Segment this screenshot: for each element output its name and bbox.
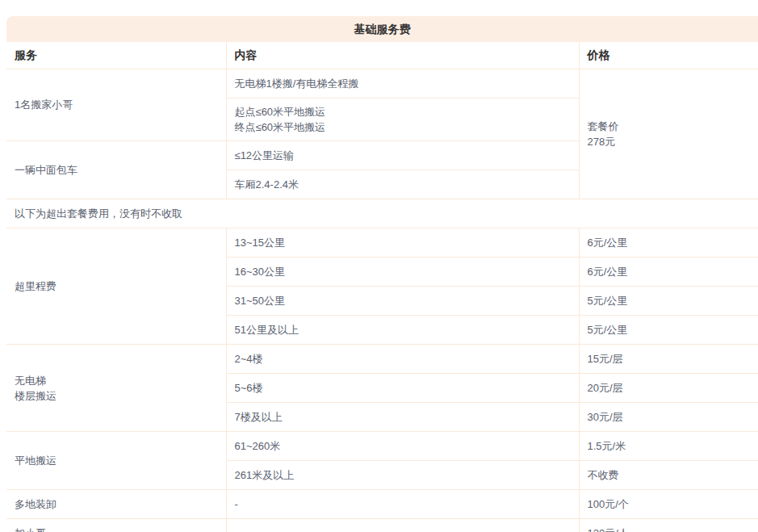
service-cell-extraworker: 加小哥	[6, 519, 226, 532]
price-cell: 1.5元/米	[579, 432, 758, 461]
service-cell-mileage: 超里程费	[6, 228, 226, 345]
content-cell: 起点≤60米平地搬运 终点≤60米平地搬运	[226, 98, 579, 141]
service-cell-van: 一辆中面包车	[6, 141, 226, 199]
col-header-service: 服务	[6, 42, 226, 69]
content-cell: -	[226, 519, 579, 532]
table-row: 多地装卸 - 100元/个	[6, 490, 758, 519]
table-row: 超里程费 13~15公里 6元/公里	[6, 228, 758, 258]
content-cell: 2~4楼	[226, 345, 579, 374]
table-row: 平地搬运 61~260米 1.5元/米	[6, 432, 758, 461]
service-cell-flat: 平地搬运	[6, 432, 226, 490]
price-cell: 6元/公里	[579, 228, 758, 258]
package-price-value: 278元	[588, 134, 752, 149]
content-cell: 16~30公里	[226, 258, 579, 287]
content-cell: 车厢2.4-2.4米	[226, 170, 579, 199]
price-cell: 120元/人	[579, 519, 758, 532]
content-cell: 51公里及以上	[226, 316, 579, 345]
price-cell: 6元/公里	[579, 258, 758, 287]
table-row: 无电梯 楼层搬运 2~4楼 15元/层	[6, 345, 758, 374]
header-row: 服务 内容 价格	[6, 42, 758, 69]
note-row: 以下为超出套餐费用，没有时不收取	[6, 199, 758, 228]
excess-fee-note: 以下为超出套餐费用，没有时不收取	[6, 199, 758, 228]
price-cell: 15元/层	[579, 345, 758, 374]
content-cell: 7楼及以上	[226, 403, 579, 432]
col-header-price: 价格	[579, 42, 758, 69]
table-row: 加小哥 - 120元/人	[6, 519, 758, 532]
pricing-table: 服务 内容 价格 1名搬家小哥 无电梯1楼搬/有电梯全程搬 套餐价 278元 起…	[6, 42, 758, 532]
table-row: 1名搬家小哥 无电梯1楼搬/有电梯全程搬 套餐价 278元	[6, 69, 758, 98]
content-cell: 31~50公里	[226, 287, 579, 316]
content-cell: -	[226, 490, 579, 519]
col-header-content: 内容	[226, 42, 579, 69]
price-cell: 30元/层	[579, 403, 758, 432]
base-service-fee-card: 基础服务费 服务 内容 价格 1名搬家小哥 无电梯1楼搬/有电梯全程搬 套餐价 …	[6, 16, 758, 532]
price-cell: 100元/个	[579, 490, 758, 519]
service-line: 无电梯	[15, 373, 220, 388]
content-cell: ≤12公里运输	[226, 141, 579, 170]
service-cell-mover: 1名搬家小哥	[6, 69, 226, 141]
package-price-cell: 套餐价 278元	[579, 69, 758, 199]
content-cell: 无电梯1楼搬/有电梯全程搬	[226, 69, 579, 98]
table-title: 基础服务费	[6, 16, 758, 42]
package-price-label: 套餐价	[588, 119, 752, 134]
content-cell: 5~6楼	[226, 374, 579, 403]
content-cell: 13~15公里	[226, 228, 579, 258]
price-cell: 5元/公里	[579, 316, 758, 345]
content-cell: 61~260米	[226, 432, 579, 461]
service-line: 楼层搬运	[15, 388, 220, 404]
service-cell-multiload: 多地装卸	[6, 490, 226, 519]
content-line-start: 起点≤60米平地搬运	[235, 104, 572, 119]
price-cell: 不收费	[579, 461, 758, 490]
price-cell: 5元/公里	[579, 287, 758, 316]
content-line-end: 终点≤60米平地搬运	[235, 119, 572, 135]
price-cell: 20元/层	[579, 374, 758, 403]
service-cell-stairs: 无电梯 楼层搬运	[6, 345, 226, 432]
content-cell: 261米及以上	[226, 461, 579, 490]
